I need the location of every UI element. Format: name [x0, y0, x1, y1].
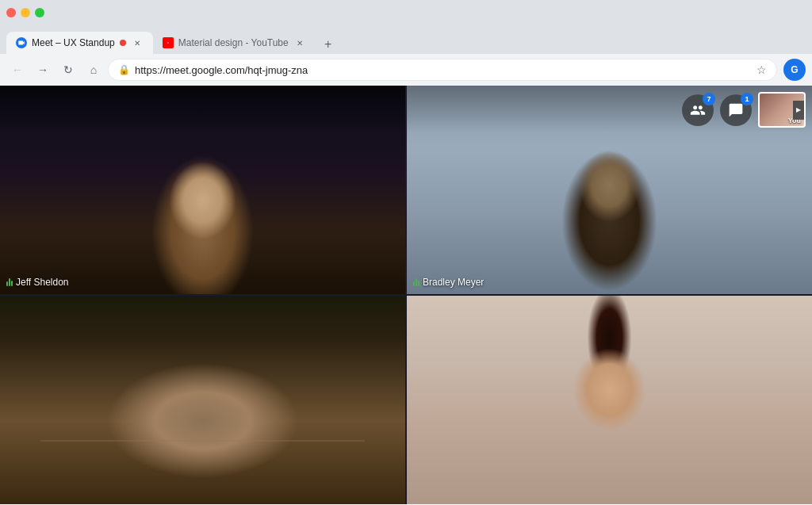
maximize-window-button[interactable]: [35, 8, 44, 17]
tab-youtube[interactable]: Material design - YouTube ✕: [153, 32, 316, 54]
close-youtube-tab-button[interactable]: ✕: [293, 36, 306, 49]
window-controls: [6, 8, 44, 17]
url-text: https://meet.google.com/hqt-jmug-zna: [135, 64, 752, 76]
bar1: [413, 281, 415, 286]
video-grid: Jeff Sheldon Bradley Meyer: [0, 86, 812, 504]
youtube-favicon: [163, 37, 174, 48]
bradley-name-label: Bradley Meyer: [413, 277, 484, 288]
reload-button[interactable]: ↻: [57, 59, 79, 81]
bar3: [11, 281, 13, 286]
home-icon: ⌂: [90, 63, 97, 76]
people-badge: 7: [703, 93, 715, 105]
close-meet-tab-button[interactable]: ✕: [131, 36, 144, 49]
top-gradient: [0, 86, 405, 133]
table-line: [40, 440, 365, 442]
chat-badge: 1: [741, 93, 753, 105]
back-button[interactable]: ←: [6, 59, 29, 81]
video-feed-woman: [407, 296, 812, 504]
video-tile-woman: [407, 296, 812, 504]
bookmark-icon[interactable]: ☆: [756, 63, 767, 76]
meet-favicon: [16, 37, 27, 48]
close-window-button[interactable]: [6, 8, 16, 17]
profile-initial: G: [791, 64, 798, 75]
minimize-window-button[interactable]: [21, 8, 30, 17]
speaking-indicator-bradley: [413, 278, 419, 286]
bar2: [416, 278, 417, 286]
video-feed-group: [0, 296, 405, 504]
video-tile-group: [0, 296, 405, 504]
forward-icon: →: [37, 63, 48, 76]
new-tab-button[interactable]: +: [319, 35, 338, 54]
address-bar[interactable]: 🔒 https://meet.google.com/hqt-jmug-zna ☆: [108, 59, 777, 81]
chat-icon: [728, 102, 744, 118]
bar1: [6, 281, 8, 286]
browser-window: Meet – UX Standup ✕ Material design - Yo…: [0, 0, 812, 86]
title-bar: [0, 0, 812, 25]
top-right-controls: 7 1 You ▶: [682, 92, 806, 128]
profile-button[interactable]: G: [783, 59, 806, 81]
self-view-tile: You ▶: [758, 92, 806, 128]
lock-icon: 🔒: [118, 64, 130, 75]
bar3: [418, 281, 419, 286]
chat-button[interactable]: 1: [720, 94, 752, 126]
recording-indicator: [120, 40, 126, 46]
forward-button[interactable]: →: [32, 59, 54, 81]
bar2: [9, 278, 10, 286]
jeff-name-label: Jeff Sheldon: [6, 277, 69, 288]
people-button[interactable]: 7: [682, 94, 714, 126]
expand-icon: ▶: [796, 106, 801, 113]
youtube-tab-label: Material design - YouTube: [178, 37, 289, 48]
speaking-indicator-jeff: [6, 278, 13, 286]
home-button[interactable]: ⌂: [82, 59, 105, 81]
tabs-bar: Meet – UX Standup ✕ Material design - Yo…: [0, 25, 812, 54]
back-icon: ←: [12, 63, 23, 76]
tab-meet[interactable]: Meet – UX Standup ✕: [6, 32, 153, 54]
video-tile-jeff: Jeff Sheldon: [0, 86, 405, 294]
self-view-expand-button[interactable]: ▶: [793, 101, 804, 120]
meet-tab-label: Meet – UX Standup: [32, 37, 115, 48]
nav-bar: ← → ↻ ⌂ 🔒 https://meet.google.com/hqt-jm…: [0, 54, 812, 86]
meet-container: Jeff Sheldon Bradley Meyer: [0, 86, 812, 504]
reload-icon: ↻: [63, 63, 73, 76]
people-icon: [690, 102, 706, 118]
